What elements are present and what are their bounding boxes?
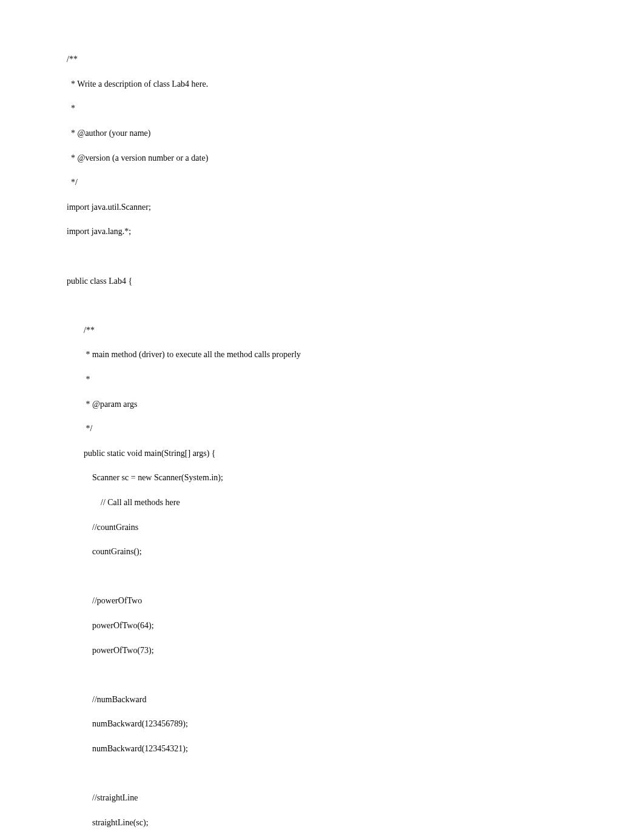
code-line: //countGrains bbox=[67, 523, 138, 532]
code-line: straightLine(sc); bbox=[67, 818, 149, 827]
code-document: /** * Write a description of class Lab4 … bbox=[0, 0, 644, 835]
code-line: */ bbox=[67, 424, 92, 433]
code-line: powerOfTwo(64); bbox=[67, 621, 154, 630]
code-line: /** bbox=[67, 55, 78, 64]
code-line: import java.lang.*; bbox=[67, 227, 131, 236]
code-line: //straightLine bbox=[67, 793, 138, 802]
code-line: // Call all methods here bbox=[67, 498, 180, 507]
code-line: Scanner sc = new Scanner(System.in); bbox=[67, 473, 223, 482]
code-line: * main method (driver) to execute all th… bbox=[67, 350, 301, 359]
code-line: * Write a description of class Lab4 here… bbox=[67, 79, 208, 89]
code-line: public class Lab4 { bbox=[67, 277, 132, 286]
code-line: numBackward(123454321); bbox=[67, 744, 188, 753]
code-line: * @author (your name) bbox=[67, 129, 150, 138]
code-line: public static void main(String[] args) { bbox=[67, 449, 216, 458]
code-line: //numBackward bbox=[67, 695, 146, 704]
code-line: /** bbox=[67, 326, 95, 335]
code-line: numBackward(123456789); bbox=[67, 719, 188, 728]
code-line: */ bbox=[67, 178, 78, 187]
code-line: //powerOfTwo bbox=[67, 596, 142, 605]
code-line: * bbox=[67, 104, 75, 113]
code-line: import java.util.Scanner; bbox=[67, 203, 151, 212]
code-line: * bbox=[67, 375, 90, 384]
code-line: * @param args bbox=[67, 400, 137, 409]
code-line: powerOfTwo(73); bbox=[67, 646, 154, 655]
code-line: countGrains(); bbox=[67, 547, 142, 556]
code-line: * @version (a version number or a date) bbox=[67, 153, 208, 163]
